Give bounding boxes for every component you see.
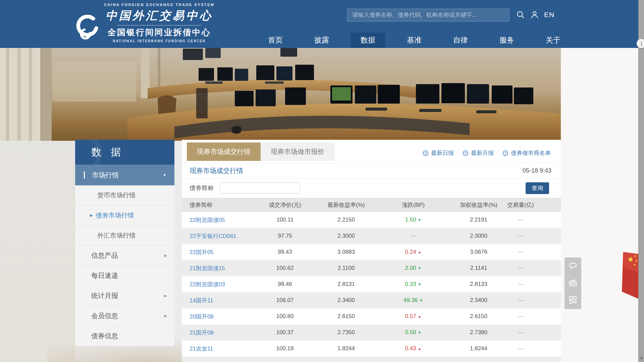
cell-volume: --- <box>504 265 561 272</box>
cell-change: 0.33▼ <box>373 281 453 288</box>
table-row: 21农发11100.181.82440.43▲1.8244--- <box>182 341 561 357</box>
logo[interactable]: CHINA FOREIGN EXCHANGE TRADE SYSTEM 中国外汇… <box>74 3 215 43</box>
sidebar-item-2[interactable]: ▶债券市场行情 <box>75 205 174 226</box>
down-triangle-icon: ▼ <box>418 266 422 270</box>
table-row: 21附息国债15100.622.11002.00▼2.1141--- <box>182 260 561 276</box>
bond-name-input[interactable] <box>220 182 300 194</box>
chevron-right-icon: ▶ <box>164 314 167 318</box>
nav-item-0[interactable]: 首页 <box>258 33 292 48</box>
bond-link[interactable]: 14国开11 <box>190 297 213 304</box>
sidebar-title: 数 据 <box>75 145 124 159</box>
quick-link-0[interactable]: 最新日报 <box>423 149 454 157</box>
language-toggle[interactable]: EN <box>544 8 554 21</box>
sidebar-item-4[interactable]: 信息产品▶ <box>75 246 174 266</box>
nav-item-5[interactable]: 服务 <box>490 33 524 48</box>
tab-1[interactable]: 现券市场做市报价 <box>261 142 334 161</box>
tab-0[interactable]: 现券市场成交行情 <box>187 142 261 161</box>
bond-link[interactable]: 21国开08 <box>190 329 214 336</box>
cell-weighted-yield: 2.6150 <box>453 313 504 320</box>
bond-link[interactable]: 21附息国债15 <box>190 265 225 272</box>
down-triangle-icon: ▼ <box>418 330 422 335</box>
quick-links: 最新日报最新月报债券做市商名单 <box>423 149 551 157</box>
sidebar-item-5[interactable]: 每日速递 <box>75 266 174 286</box>
floating-toolbar <box>565 257 581 309</box>
circle-arrow-icon <box>502 150 508 156</box>
cell-price: 100.80 <box>251 313 319 320</box>
vertical-scrollbar[interactable]: ▼ <box>638 0 644 362</box>
chevron-right-icon: ▶ <box>164 294 167 298</box>
scrollbar-down-arrow[interactable]: ▼ <box>639 356 644 360</box>
logo-cn-sub: 全国银行间同业拆借中心 <box>108 27 211 38</box>
bond-link[interactable]: 22国开05 <box>190 249 214 255</box>
circle-arrow-icon <box>423 150 429 156</box>
cfets-logo-icon <box>74 12 99 40</box>
scrollbar-thumb[interactable] <box>637 39 644 48</box>
table-row: 22附息国债0399.462.81310.33▼2.8133--- <box>182 276 561 292</box>
down-triangle-icon: ▼ <box>419 298 423 302</box>
cell-weighted-yield: 1.8244 <box>453 345 504 352</box>
china-flag <box>621 252 639 302</box>
page: CHINA FOREIGN EXCHANGE TRADE SYSTEM 中国外汇… <box>0 0 644 362</box>
nav-item-3[interactable]: 基准 <box>397 33 431 48</box>
down-triangle-icon: ▼ <box>418 282 422 286</box>
content-card: 现券市场成交行情现券市场做市报价 最新日报最新月报债券做市商名单 现券市场成交行… <box>182 140 561 362</box>
bond-link[interactable]: 20国开08 <box>190 313 214 320</box>
nav-item-4[interactable]: 自律 <box>443 33 478 48</box>
quick-link-1[interactable]: 最新月报 <box>463 149 494 157</box>
column-header-5: 交易量(亿) <box>504 201 561 209</box>
main-nav: 首页披露数据基准自律服务关于 <box>258 33 570 48</box>
cell-yield: 2.6150 <box>319 313 373 320</box>
up-triangle-icon: ▲ <box>418 347 422 351</box>
cell-price: 97.75 <box>251 233 319 239</box>
up-triangle-icon: ▲ <box>418 314 422 318</box>
cell-weighted-yield: 2.8133 <box>453 281 504 288</box>
cell-change: 1.50▼ <box>373 217 453 223</box>
up-triangle-icon: ▲ <box>418 250 422 254</box>
bond-link[interactable]: 22附息国债03 <box>190 281 225 288</box>
bond-link[interactable]: 22平安银行CD061 <box>190 233 236 239</box>
nav-item-6[interactable]: 关于 <box>536 33 570 48</box>
header-search <box>347 9 509 21</box>
qr-code-icon[interactable] <box>567 294 579 306</box>
sidebar-item-0[interactable]: 市场行情▼ <box>75 165 174 185</box>
table-body: 22附息国债05100.112.21501.50▼2.2191---22平安银行… <box>182 212 561 362</box>
header-search-input[interactable] <box>347 12 509 18</box>
cell-yield: 2.3400 <box>319 297 373 304</box>
cell-yield: 2.2150 <box>319 217 373 223</box>
query-button[interactable]: 查询 <box>526 182 549 194</box>
cell-volume: --- <box>504 297 561 304</box>
cell-change: 49.36▼ <box>373 297 453 304</box>
radio-news-icon[interactable] <box>567 278 579 289</box>
cell-yield: 3.0683 <box>319 249 373 255</box>
search-icon[interactable] <box>514 8 527 21</box>
sidebar-item-1[interactable]: 货币市场行情 <box>75 185 174 205</box>
bond-link[interactable]: 22附息国债05 <box>190 217 225 223</box>
column-header-2: 最新收益率(%) <box>319 201 373 209</box>
cell-weighted-yield: 2.7380 <box>453 329 504 336</box>
sidebar-item-3[interactable]: 外汇市场行情 <box>75 226 174 246</box>
table-row: 22附息国债05100.112.21501.50▼2.2191--- <box>182 212 561 228</box>
chevron-right-icon: ▶ <box>164 253 167 258</box>
tab-bar: 现券市场成交行情现券市场做市报价 <box>187 140 334 161</box>
cell-price: 106.07 <box>251 297 319 304</box>
cell-price: 99.43 <box>251 249 319 255</box>
user-icon[interactable] <box>528 8 541 21</box>
cell-price: 100.11 <box>251 217 319 223</box>
quick-link-2[interactable]: 债券做市商名单 <box>502 149 551 157</box>
chevron-right-icon: ▶ <box>90 213 93 218</box>
nav-item-1[interactable]: 披露 <box>305 33 339 48</box>
timestamp: 05-18 9:43 <box>523 167 551 174</box>
bond-link[interactable]: 21农发11 <box>190 346 213 352</box>
sidebar-item-8[interactable]: 债券信息 <box>75 326 174 346</box>
cell-price: 100.37 <box>251 329 319 336</box>
cell-yield: 2.7350 <box>319 329 373 336</box>
sidebar-item-7[interactable]: 会员信息▶ <box>75 306 174 326</box>
cell-change: 0.24▲ <box>373 249 453 255</box>
sidebar-item-6[interactable]: 统计月报▶ <box>75 286 174 306</box>
sidebar-title-block: 数 据 <box>75 140 174 165</box>
cell-change: 0.50▼ <box>373 329 453 336</box>
nav-item-2[interactable]: 数据 <box>351 33 385 48</box>
table-row: 14国开11106.072.340049.36▼2.3400--- <box>182 292 561 308</box>
wechat-chat-icon[interactable] <box>567 261 579 272</box>
cell-change: 0.43▲ <box>373 345 453 352</box>
